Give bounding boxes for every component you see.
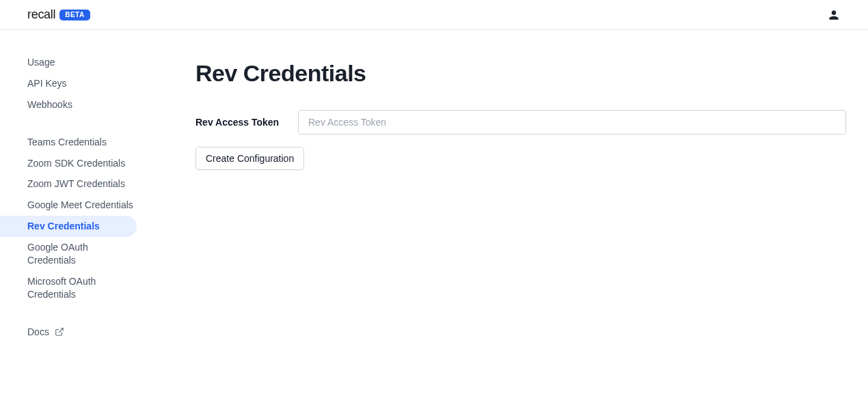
svg-line-0 bbox=[59, 328, 63, 333]
external-link-icon bbox=[55, 327, 64, 337]
user-icon[interactable] bbox=[827, 8, 841, 22]
beta-badge: BETA bbox=[59, 10, 90, 20]
nav-group-credentials: Teams Credentials Zoom SDK Credentials Z… bbox=[0, 132, 137, 305]
page-title: Rev Credentials bbox=[195, 60, 846, 87]
sidebar-item-google-oauth-credentials[interactable]: Google OAuth Credentials bbox=[0, 237, 137, 271]
sidebar-item-webhooks[interactable]: Webhooks bbox=[0, 94, 137, 115]
main-content: Rev Credentials Rev Access Token Create … bbox=[137, 30, 868, 409]
logo[interactable]: recall BETA bbox=[27, 8, 90, 22]
access-token-label: Rev Access Token bbox=[195, 117, 298, 128]
nav-group-main: Usage API Keys Webhooks bbox=[0, 52, 137, 115]
layout: Usage API Keys Webhooks Teams Credential… bbox=[0, 30, 868, 409]
nav-group-docs: Docs bbox=[0, 322, 137, 343]
sidebar-item-rev-credentials[interactable]: Rev Credentials bbox=[0, 216, 137, 237]
sidebar-item-docs[interactable]: Docs bbox=[0, 322, 137, 343]
form-row-access-token: Rev Access Token bbox=[195, 110, 846, 135]
sidebar-item-usage[interactable]: Usage bbox=[0, 52, 137, 73]
sidebar-item-api-keys[interactable]: API Keys bbox=[0, 73, 137, 94]
sidebar-item-zoom-sdk-credentials[interactable]: Zoom SDK Credentials bbox=[0, 153, 137, 174]
access-token-input[interactable] bbox=[298, 110, 846, 135]
sidebar-item-zoom-jwt-credentials[interactable]: Zoom JWT Credentials bbox=[0, 173, 137, 195]
sidebar-item-google-meet-credentials[interactable]: Google Meet Credentials bbox=[0, 195, 137, 216]
create-configuration-button[interactable]: Create Configuration bbox=[195, 147, 304, 170]
sidebar-item-microsoft-oauth-credentials[interactable]: Microsoft OAuth Credentials bbox=[0, 271, 137, 305]
logo-text: recall bbox=[27, 8, 55, 22]
app-header: recall BETA bbox=[0, 0, 868, 30]
sidebar-item-teams-credentials[interactable]: Teams Credentials bbox=[0, 132, 137, 153]
sidebar: Usage API Keys Webhooks Teams Credential… bbox=[0, 30, 137, 409]
sidebar-item-label: Docs bbox=[27, 326, 49, 339]
